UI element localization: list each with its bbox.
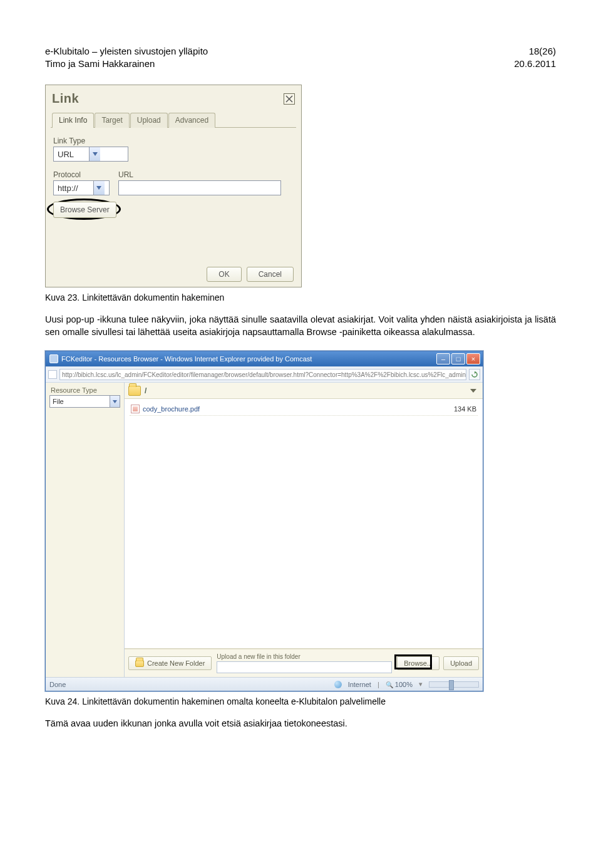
paragraph-1: Uusi pop-up -ikkuna tulee näkyviin, joka… — [45, 314, 556, 338]
current-path: / — [145, 386, 146, 395]
tab-advanced[interactable]: Advanced — [168, 113, 215, 128]
resource-type-label: Resource Type — [46, 383, 124, 395]
protocol-label: Protocol — [53, 170, 110, 179]
tab-target[interactable]: Target — [95, 113, 129, 128]
url-label: URL — [118, 170, 281, 179]
create-new-folder-button[interactable]: Create New Folder — [128, 656, 212, 670]
browse-button[interactable]: Browse... — [397, 656, 439, 670]
status-left: Done — [49, 681, 66, 688]
resource-type-sidebar: Resource Type File — [46, 383, 125, 677]
pdf-icon — [131, 405, 140, 413]
file-row[interactable]: cody_brochure.pdf 134 KB — [130, 403, 478, 416]
header-title: e-Klubitalo – yleisten sivustojen ylläpi… — [45, 45, 208, 58]
upload-button[interactable]: Upload — [443, 656, 479, 670]
url-input[interactable] — [118, 180, 281, 195]
link-dialog: Link Link Info Target Upload Advanced Li… — [45, 85, 302, 287]
link-type-select[interactable]: URL — [53, 147, 128, 162]
upload-label: Upload a new file in this folder — [217, 653, 392, 661]
close-icon[interactable] — [284, 93, 295, 105]
header-date: 20.6.2011 — [514, 58, 556, 70]
maximize-icon[interactable]: □ — [451, 353, 465, 364]
address-input[interactable]: http://bibich.lcsc.us/lc_admin/FCKeditor… — [59, 369, 466, 380]
protocol-select[interactable]: http:// — [53, 180, 110, 195]
close-icon[interactable]: × — [466, 353, 480, 364]
chevron-down-icon[interactable] — [89, 147, 100, 161]
link-type-value: URL — [54, 150, 89, 159]
refresh-icon[interactable] — [469, 369, 480, 380]
resource-type-select[interactable]: File — [49, 395, 120, 408]
tab-upload[interactable]: Upload — [130, 113, 168, 128]
page-header: e-Klubitalo – yleisten sivustojen ylläpi… — [45, 45, 556, 70]
address-bar: http://bibich.lcsc.us/lc_admin/FCKeditor… — [46, 366, 483, 383]
file-list: cody_brochure.pdf 134 KB — [125, 399, 483, 649]
tab-link-info[interactable]: Link Info — [52, 113, 94, 128]
create-folder-label: Create New Folder — [147, 659, 205, 667]
status-internet: Internet — [348, 681, 371, 688]
chevron-down-icon[interactable] — [110, 396, 120, 407]
link-info-panel: Link Type URL Protocol http:// — [51, 128, 296, 256]
window-title: FCKeditor - Resources Browser - Windows … — [61, 355, 312, 363]
file-size: 134 KB — [454, 405, 476, 413]
ok-button[interactable]: OK — [207, 267, 241, 282]
paragraph-2: Tämä avaa uuden ikkunan jonka avulla voi… — [45, 718, 556, 730]
file-name: cody_brochure.pdf — [143, 405, 200, 413]
page-icon — [48, 370, 57, 379]
figure-caption-23: Kuva 23. Linkitettävän dokumentin hakemi… — [45, 292, 556, 302]
chevron-down-icon[interactable] — [470, 389, 476, 393]
tab-row: Link Info Target Upload Advanced — [51, 112, 296, 128]
address-text: http://bibich.lcsc.us/lc_admin/FCKeditor… — [62, 371, 466, 378]
ie-icon — [49, 354, 58, 363]
dialog-title: Link — [52, 91, 79, 106]
minimize-icon[interactable]: – — [436, 353, 450, 364]
window-titlebar: FCKeditor - Resources Browser - Windows … — [46, 351, 483, 366]
internet-icon — [334, 681, 342, 688]
upload-file-input[interactable] — [217, 661, 392, 673]
cancel-button[interactable]: Cancel — [247, 267, 294, 282]
browser-main-area: / cody_brochure.pdf 134 KB — [125, 383, 483, 677]
resources-browser-window: FCKeditor - Resources Browser - Windows … — [45, 351, 483, 691]
chevron-down-icon[interactable] — [93, 181, 105, 195]
link-type-label: Link Type — [53, 137, 294, 145]
header-authors: Timo ja Sami Hakkarainen — [45, 58, 208, 70]
browse-server-button[interactable]: Browse Server — [53, 202, 116, 218]
resource-type-value: File — [50, 398, 110, 405]
zoom-value[interactable]: 🔍 100% — [386, 681, 413, 688]
zoom-slider[interactable] — [429, 681, 479, 688]
header-page-number: 18(26) — [514, 45, 556, 58]
protocol-value: http:// — [54, 183, 93, 193]
status-bar: Done Internet | 🔍 100% ▾ — [46, 677, 483, 691]
folder-icon — [135, 660, 144, 667]
folder-icon[interactable] — [128, 386, 141, 396]
figure-caption-24: Kuva 24. Linkitettävän dokumentin hakemi… — [45, 696, 556, 706]
